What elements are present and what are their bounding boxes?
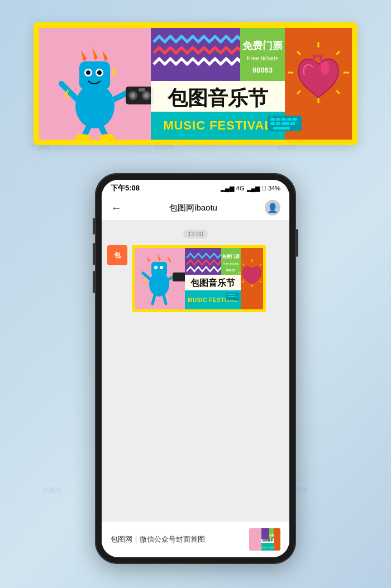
svg-rect-62 [173,273,187,281]
status-bar: 下午5:08 ▂▄▆ 4G ▂▄▆ □ 34% [102,180,289,195]
thumb-svg: 包图音乐 MUSIC FESTI 免费 [249,528,280,551]
svg-text:98063: 98063 [252,66,273,74]
chat-timestamp: 12:00 [183,230,208,238]
svg-text:免费门票: 免费门票 [221,254,240,259]
phone-screen: 下午5:08 ▂▄▆ 4G ▂▄▆ □ 34% ← 包图网ibaotu 👤 12… [102,180,289,557]
svg-text:98063: 98063 [226,269,236,272]
svg-text:MUSIC FESTI: MUSIC FESTI [260,546,274,549]
svg-point-5 [86,70,90,75]
svg-rect-53 [273,127,290,130]
svg-point-14 [131,93,135,98]
sender-avatar: 包 [107,245,127,265]
message-bubble: 包 [107,245,284,312]
signal-icon: ▂▄▆ [221,185,234,192]
svg-rect-51 [282,122,289,125]
svg-rect-52 [290,122,295,125]
status-icons: ▂▄▆ 4G ▂▄▆ □ 34% [221,185,280,192]
svg-text:包图音乐: 包图音乐 [261,538,273,542]
svg-point-6 [97,70,102,75]
svg-rect-48 [293,118,297,121]
nav-title: 包图网ibaotu [169,203,217,213]
svg-rect-49 [270,122,275,125]
banner-svg: 免费门票 Free tickets 98063 MUSIC F [39,28,352,140]
svg-rect-50 [276,122,280,125]
bottom-content-bar: 包图网｜微信公众号封面首图 包图音乐 MUSIC FESTI 免费 [102,522,289,557]
watermark-9: 包图网 [42,486,62,495]
svg-rect-90 [231,294,233,295]
signal-icon-2: ▂▄▆ [247,185,260,192]
power-button [296,229,298,257]
svg-rect-17 [139,88,145,92]
volume-up-button [93,243,95,265]
mute-button [93,218,95,235]
mini-banner-image: 免费门票 Free tickets 98063 [132,245,266,312]
svg-point-59 [149,272,169,297]
nav-avatar: 👤 [265,200,280,216]
svg-point-1 [75,84,115,128]
status-time: 下午5:08 [111,183,140,193]
svg-rect-91 [233,294,235,295]
svg-rect-95 [236,296,237,297]
svg-rect-93 [229,296,231,297]
svg-rect-2 [79,61,110,89]
svg-rect-92 [227,296,228,297]
svg-rect-45 [276,118,280,121]
battery-icon: □ [262,185,266,192]
svg-text:MUSIC FESTIVAL: MUSIC FESTIVAL [163,118,273,132]
svg-text:免费: 免费 [269,534,274,537]
svg-text:包图音乐节: 包图音乐节 [190,278,236,288]
svg-text:包图音乐节: 包图音乐节 [167,87,269,109]
svg-rect-44 [270,118,275,121]
svg-rect-46 [282,118,286,121]
battery-percent: 34% [268,185,280,192]
avatar-icon: 👤 [267,203,278,213]
svg-rect-100 [274,528,280,551]
nav-bar: ← 包图网ibaotu 👤 [102,195,289,221]
svg-rect-47 [287,118,292,121]
svg-point-57 [154,266,158,269]
network-type: 4G [236,185,245,192]
svg-text:免费门票: 免费门票 [242,40,283,51]
bottom-caption: 包图网｜微信公众号封面首图 [111,534,205,544]
svg-rect-97 [249,528,261,551]
svg-rect-94 [231,296,235,297]
chat-area: 12:00 包 [102,221,289,522]
top-banner-card: 免费门票 Free tickets 98063 MUSIC F [34,22,357,145]
svg-text:Free tickets: Free tickets [223,262,239,265]
svg-point-16 [144,93,149,98]
mini-banner-svg: 免费门票 Free tickets 98063 [135,248,263,309]
volume-down-button [93,271,95,293]
svg-point-58 [160,266,163,269]
phone-mockup: 下午5:08 ▂▄▆ 4G ▂▄▆ □ 34% ← 包图网ibaotu 👤 12… [95,173,296,564]
back-button[interactable]: ← [111,202,122,214]
thumbnail-image: 包图音乐 MUSIC FESTI 免费 [249,528,280,551]
svg-rect-88 [227,294,228,295]
svg-rect-89 [229,294,231,295]
svg-text:Free tickets: Free tickets [247,55,279,61]
